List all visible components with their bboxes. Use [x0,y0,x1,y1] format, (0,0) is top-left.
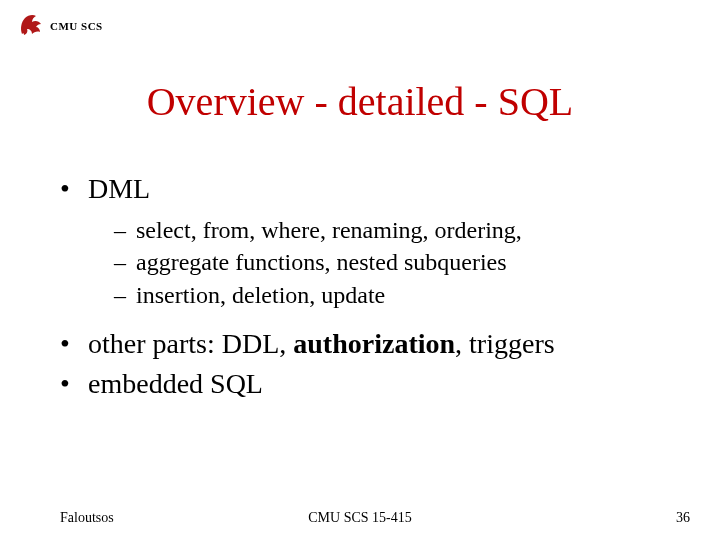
bullet-marker-icon: • [60,365,88,403]
bullet-item: • other parts: DDL, authorization, trigg… [60,325,670,363]
bullet-item: • DML [60,170,670,208]
bullet-text: embedded SQL [88,365,263,403]
cmu-scotty-logo-icon [18,10,44,42]
sub-bullet-text: insertion, deletion, update [136,279,385,311]
dash-marker-icon: – [114,214,136,246]
bullet-item: • embedded SQL [60,365,670,403]
footer-course: CMU SCS 15-415 [0,510,720,526]
sub-bullet-item: – select, from, where, renaming, orderin… [114,214,670,246]
sub-bullet-item: – aggregate functions, nested subqueries [114,246,670,278]
slide-header: CMU SCS [18,10,103,42]
sub-bullet-list: – select, from, where, renaming, orderin… [114,214,670,311]
slide-title: Overview - detailed - SQL [0,78,720,125]
bullet-marker-icon: • [60,170,88,208]
bullet-marker-icon: • [60,325,88,363]
slide-body: • DML – select, from, where, renaming, o… [60,170,670,405]
header-org-label: CMU SCS [50,20,103,32]
dash-marker-icon: – [114,279,136,311]
sub-bullet-text: aggregate functions, nested subqueries [136,246,507,278]
bullet-text: other parts: DDL, authorization, trigger… [88,325,555,363]
dash-marker-icon: – [114,246,136,278]
sub-bullet-item: – insertion, deletion, update [114,279,670,311]
footer-page-number: 36 [676,510,690,526]
bullet-text: DML [88,170,150,208]
sub-bullet-text: select, from, where, renaming, ordering, [136,214,522,246]
